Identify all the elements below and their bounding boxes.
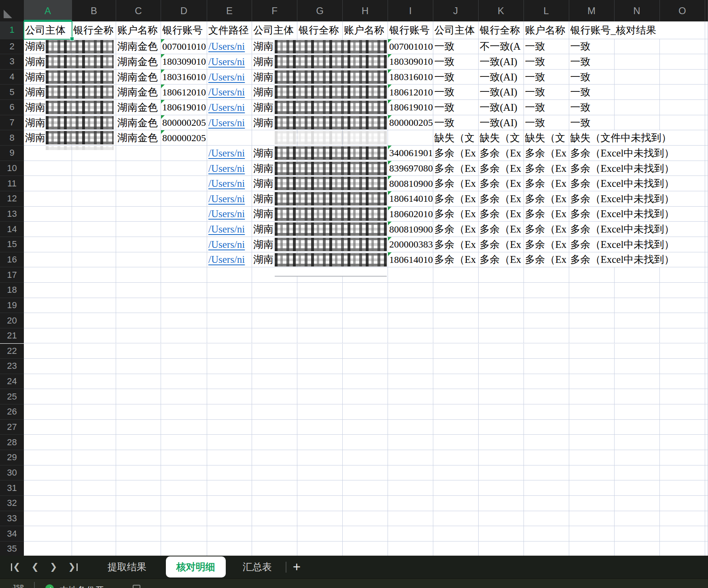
cell-D21[interactable]: [161, 328, 207, 344]
cell-J18[interactable]: [433, 283, 479, 298]
cell-F22[interactable]: [252, 344, 297, 359]
cell-G30[interactable]: [297, 465, 343, 481]
cell-I15[interactable]: 200000383: [388, 237, 433, 252]
cell-C10[interactable]: [116, 161, 161, 176]
cell-O5[interactable]: [660, 85, 706, 100]
cell-P13[interactable]: [705, 207, 708, 222]
cell-J5[interactable]: 一致: [433, 85, 479, 100]
cell-B18[interactable]: [72, 283, 116, 298]
cell-C23[interactable]: [116, 359, 161, 374]
cell-I35[interactable]: [388, 541, 433, 557]
cell-M8[interactable]: 缺失（文件中未找到）: [569, 130, 615, 146]
cell-O26[interactable]: [660, 404, 706, 420]
cell-E23[interactable]: [207, 359, 252, 374]
cell-N32[interactable]: [615, 496, 660, 511]
row-header-8[interactable]: 8: [0, 130, 24, 146]
cell-D11[interactable]: [161, 176, 207, 191]
cell-L29[interactable]: [524, 450, 569, 465]
cell-O30[interactable]: [660, 465, 706, 481]
cell-A31[interactable]: [24, 480, 72, 496]
cell-A30[interactable]: [24, 465, 72, 481]
cell-L1[interactable]: 账户名称: [524, 21, 569, 39]
cell-K8[interactable]: 缺失（文: [479, 130, 524, 146]
cell-L11[interactable]: 多余（Ex: [524, 176, 569, 191]
cell-K28[interactable]: [479, 435, 524, 450]
cell-P10[interactable]: [705, 161, 708, 176]
cell-C8[interactable]: 湖南金色: [116, 130, 161, 146]
cell-B10[interactable]: [72, 161, 116, 176]
cell-J16[interactable]: 多余（Ex: [433, 252, 479, 268]
cell-I28[interactable]: [388, 435, 433, 450]
select-all-corner[interactable]: [0, 0, 24, 21]
cell-P26[interactable]: [705, 404, 708, 420]
cell-O3[interactable]: [660, 54, 706, 70]
cell-H27[interactable]: [343, 420, 388, 435]
cell-E11[interactable]: /Users/ni: [207, 176, 252, 191]
cell-I24[interactable]: [388, 374, 433, 389]
cell-B35[interactable]: [72, 541, 116, 557]
cell-A17[interactable]: [24, 267, 72, 283]
cell-E26[interactable]: [207, 404, 252, 420]
cell-F31[interactable]: [252, 480, 297, 496]
row-header-16[interactable]: 16: [0, 252, 24, 268]
cell-K32[interactable]: [479, 496, 524, 511]
cell-B23[interactable]: [72, 359, 116, 374]
cell-K2[interactable]: 不一致(A: [479, 39, 524, 55]
cell-P31[interactable]: [705, 480, 708, 496]
cell-B21[interactable]: [72, 328, 116, 344]
cell-I2[interactable]: 007001010: [388, 39, 433, 55]
cell-J19[interactable]: [433, 298, 479, 313]
row-header-29[interactable]: 29: [0, 450, 24, 465]
cell-E2[interactable]: /Users/ni: [207, 39, 252, 55]
tab-nav-prev-icon[interactable]: ❮: [31, 562, 38, 572]
cell-K7[interactable]: 一致(AI): [479, 115, 524, 131]
cell-K9[interactable]: 多余（Ex: [479, 146, 524, 161]
cell-A16[interactable]: [24, 252, 72, 268]
cell-I32[interactable]: [388, 496, 433, 511]
cell-K20[interactable]: [479, 313, 524, 328]
cell-F24[interactable]: [252, 374, 297, 389]
cell-I3[interactable]: 180309010: [388, 54, 433, 70]
row-header-28[interactable]: 28: [0, 435, 24, 450]
cell-K30[interactable]: [479, 465, 524, 481]
cell-M3[interactable]: 一致: [569, 54, 615, 70]
cell-C11[interactable]: [116, 176, 161, 191]
cell-B12[interactable]: [72, 191, 116, 207]
cell-B20[interactable]: [72, 313, 116, 328]
cell-F20[interactable]: [252, 313, 297, 328]
cell-K1[interactable]: 银行全称: [479, 21, 524, 39]
row-header-14[interactable]: 14: [0, 222, 24, 237]
cell-J3[interactable]: 一致: [433, 54, 479, 70]
cell-E16[interactable]: /Users/ni: [207, 252, 252, 268]
row-header-24[interactable]: 24: [0, 374, 24, 389]
cell-H25[interactable]: [343, 389, 388, 404]
cell-M13[interactable]: 多余（Excel中未找到）: [569, 207, 615, 222]
cell-B22[interactable]: [72, 344, 116, 359]
row-header-19[interactable]: 19: [0, 298, 24, 313]
cell-G21[interactable]: [297, 328, 343, 344]
cell-C2[interactable]: 湖南金色: [116, 39, 161, 55]
cell-N35[interactable]: [615, 541, 660, 557]
cell-M35[interactable]: [569, 541, 615, 557]
cell-J31[interactable]: [433, 480, 479, 496]
cell-M2[interactable]: 一致: [569, 39, 615, 55]
cell-A28[interactable]: [24, 435, 72, 450]
cell-G25[interactable]: [297, 389, 343, 404]
cell-I19[interactable]: [388, 298, 433, 313]
column-header-F[interactable]: F: [252, 0, 297, 21]
cell-I10[interactable]: 839697080: [388, 161, 433, 176]
cell-M24[interactable]: [569, 374, 615, 389]
cell-D25[interactable]: [161, 389, 207, 404]
cell-L3[interactable]: 一致: [524, 54, 569, 70]
cell-P11[interactable]: [705, 176, 708, 191]
cell-M5[interactable]: 一致: [569, 85, 615, 100]
cell-A26[interactable]: [24, 404, 72, 420]
cell-D2[interactable]: 007001010: [161, 39, 207, 55]
cell-M12[interactable]: 多余（Excel中未找到）: [569, 191, 615, 207]
cell-K23[interactable]: [479, 359, 524, 374]
row-header-5[interactable]: 5: [0, 85, 24, 100]
cell-P5[interactable]: [705, 85, 708, 100]
cell-N23[interactable]: [615, 359, 660, 374]
cell-K18[interactable]: [479, 283, 524, 298]
cell-N21[interactable]: [615, 328, 660, 344]
